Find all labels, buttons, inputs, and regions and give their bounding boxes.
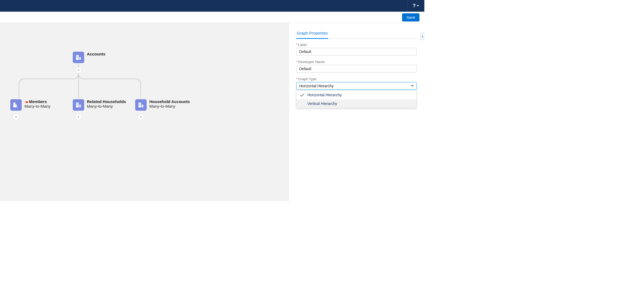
graph-node-related-households[interactable]: Related Households Many-to-Many [73, 99, 126, 111]
graph-node-accounts[interactable]: Accounts [73, 52, 105, 63]
graph-node-household-accounts[interactable]: Household Accounts Many-to-Many [135, 99, 190, 111]
account-icon [73, 52, 84, 63]
field-label-text: *Label [296, 43, 417, 47]
node-subtitle: Many-to-Many [87, 104, 126, 108]
help-icon: ? [413, 3, 416, 9]
node-subtitle: Many-to-Many [149, 104, 190, 108]
node-title: Accounts [87, 52, 105, 56]
save-button[interactable]: Save [402, 13, 419, 21]
field-label: *Label [296, 43, 417, 55]
graph-type-dropdown: Horizontal Hierarchy Vertical Hierarchy [296, 90, 417, 108]
add-child-button[interactable] [75, 114, 81, 120]
field-graph-type: *Graph Type Horizontal Hierarchy Horizon… [296, 77, 417, 108]
graph-canvas[interactable]: Accounts 📌Members Many-to-Many Rela [0, 23, 289, 201]
tab-graph-properties[interactable]: Graph Properties [296, 29, 328, 39]
top-bar: ? [0, 0, 424, 12]
action-bar: Save [0, 12, 424, 23]
dropdown-option-vertical[interactable]: Vertical Hierarchy [296, 99, 416, 108]
node-title: 📌Members [24, 99, 50, 104]
add-child-button[interactable] [13, 114, 19, 120]
node-title: Household Accounts [149, 99, 190, 104]
graph-type-select[interactable]: Horizontal Hierarchy [296, 82, 417, 90]
collapse-panel-button[interactable] [420, 33, 424, 40]
field-label-text: *Developer Name [296, 60, 417, 64]
dropdown-option-horizontal[interactable]: Horizontal Hierarchy [296, 91, 416, 99]
account-icon [135, 99, 147, 111]
select-value: Horizontal Hierarchy [299, 84, 334, 88]
node-subtitle: Many-to-Many [24, 104, 50, 108]
members-icon [10, 99, 22, 111]
properties-tabs: Graph Properties [296, 29, 417, 39]
label-input[interactable] [296, 48, 417, 55]
properties-panel: Graph Properties *Label *Developer Name … [289, 23, 424, 201]
field-developer-name: *Developer Name [296, 60, 417, 73]
add-child-button[interactable] [138, 114, 144, 120]
developer-name-input[interactable] [296, 65, 417, 73]
chevron-down-icon [411, 85, 414, 87]
help-menu[interactable]: ? [413, 3, 419, 9]
graph-connectors [0, 23, 288, 201]
field-label-text: *Graph Type [296, 77, 417, 81]
graph-node-members[interactable]: 📌Members Many-to-Many [10, 99, 50, 111]
node-title: Related Households [87, 99, 126, 104]
add-child-button[interactable] [75, 67, 81, 73]
main: Accounts 📌Members Many-to-Many Rela [0, 23, 424, 201]
account-icon [73, 99, 84, 111]
topbar-divider [408, 0, 408, 12]
chevron-down-icon [417, 5, 419, 7]
